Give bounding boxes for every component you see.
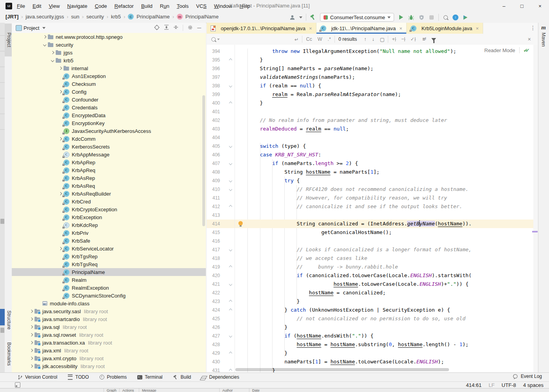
tool-window-button-todo[interactable]: TODO [67,374,89,380]
menu-view[interactable]: View [48,2,60,10]
tree-item-checksum[interactable]: CChecksum [12,80,206,88]
remove-occurrence-icon[interactable]: −⸠ [401,36,405,42]
profiler-icon[interactable] [462,14,469,21]
search-icon[interactable] [211,37,220,42]
code-line-406[interactable]: 406 case KRB_NT_SRV_HST: [207,151,538,159]
code-line-399[interactable]: 399 realm = Realm.parseRealmAtSeparator(… [207,90,538,99]
whole-words-toggle[interactable]: W [318,36,322,42]
tool-window-button-build[interactable]: Build [173,374,191,380]
fold-marker-icon[interactable] [229,145,232,147]
line-ending-indicator[interactable]: LF [489,382,494,388]
inspection-ok-icon[interactable]: ✔✔ [524,47,530,53]
menu-file[interactable]: File [16,2,26,10]
fold-marker-icon[interactable] [229,266,232,268]
tree-item-krbsafe[interactable]: CKrbSafe [12,237,206,245]
fold-marker-icon[interactable] [229,249,232,251]
profile-dropdown-icon[interactable] [299,16,302,18]
minimize-button[interactable]: – [495,0,513,12]
code-line-396[interactable]: 396 String[] nameParts = parseName(name)… [207,64,538,73]
code-line-430[interactable]: 430 nameParts[1] = hostName.toLowerCase(… [207,358,538,366]
code-line-402[interactable]: 402 // No realm info from parameter and … [207,116,538,125]
menu-refactor[interactable]: Refactor [114,2,135,10]
tree-item-config[interactable]: CConfig [12,88,206,96]
tree-item-credentials[interactable]: CCredentials [12,103,206,111]
chevron-right-icon[interactable] [28,310,35,312]
code-line-424[interactable]: 424 } catch (UnknownHostException | Secu… [207,306,538,314]
chevron-down-icon[interactable] [49,59,56,62]
code-line-395[interactable]: 395 } [207,56,538,64]
tool-window-switcher-icon[interactable] [15,382,20,388]
tab-options-icon[interactable]: ⋮ [530,25,536,31]
tree-item-krbcryptoexception[interactable]: CKrbCryptoException [12,205,206,213]
tree-item-krbasreqbuilder[interactable]: CKrbAsReqBuilder [12,190,206,198]
tree-item-krbcred[interactable]: CKrbCred [12,198,206,205]
code-line-410[interactable]: 410 // RFC4120 does not recommend canoni… [207,185,538,194]
menu-vcs[interactable]: VCS [195,2,207,10]
chevron-down-icon[interactable] [42,44,48,46]
tree-item-krbexception[interactable]: CKrbException [12,213,206,221]
event-log-button[interactable]: Event Log [513,374,542,379]
editor-tab-krb5loginmodule-java[interactable]: CKrb5LoginModule.java× [407,23,483,34]
open-in-find-window-icon[interactable]: ▢ [380,36,385,42]
search-everywhere-icon[interactable] [442,14,449,21]
tree-item-krbpriv[interactable]: CKrbPriv [12,229,206,237]
fold-marker-icon[interactable] [229,283,232,285]
tool-window-button-dependencies[interactable]: Dependencies [201,374,239,380]
code-line-414[interactable]: 414 String canonicalized = (InetAddress.… [207,220,538,228]
code-line-417[interactable]: 417 // Looks if canonicalized is a longe… [207,245,538,254]
code-line-419[interactable]: 419 // bunny -> bunny.rabbit.hole [207,263,538,271]
chevron-right-icon[interactable] [42,36,48,38]
run-with-coverage-button[interactable] [418,14,425,21]
chevron-right-icon[interactable] [28,349,35,352]
tool-window-button-terminal[interactable]: >_Terminal [137,374,162,380]
chevron-right-icon[interactable] [28,326,35,328]
tree-item-krb5[interactable]: krb5 [12,56,206,64]
breadcrumb-item[interactable]: krb5 [111,14,121,20]
tree-item-kerberossecrets[interactable]: CKerberosSecrets [12,143,206,151]
tree-item-krbservicelocator[interactable]: CKrbServiceLocator [12,245,206,252]
tree-item-asn1exception[interactable]: CAsn1Exception [12,72,206,80]
tree-item-java-security-sasl[interactable]: java.security.sasllibrary root [12,307,206,315]
fold-marker-icon[interactable] [229,180,232,182]
tree-item-krbtgsreq[interactable]: CKrbTgsReq [12,260,206,268]
tree-item-krbasrep[interactable]: CKrbAsRep [12,174,206,182]
debug-button[interactable] [408,14,414,21]
close-tab-icon[interactable]: × [309,25,312,31]
breadcrumb-method[interactable]: PrincipalName [185,14,219,20]
tree-item-krbapreq[interactable]: CKrbApReq [12,166,206,174]
code-line-415[interactable]: 415 getCanonicalHostName(); [207,228,538,237]
code-line-416[interactable]: 416 [207,237,538,245]
tree-item-java-transaction-xa[interactable]: java.transaction.xalibrary root [12,339,206,347]
breadcrumb-item[interactable]: security [86,14,104,20]
code-line-426[interactable]: 426 } [207,323,538,332]
tree-item-krbtgsrep[interactable]: CKrbTgsRep [12,252,206,260]
editor-vertical-scrollbar[interactable] [533,45,538,372]
breadcrumb-item[interactable]: sun [71,14,79,20]
editor-horizontal-scrollbar[interactable] [235,368,449,371]
code-line-418[interactable]: 418 // we accept cases like [207,254,538,263]
fold-marker-icon[interactable] [229,162,232,165]
fold-marker-icon[interactable] [229,335,232,337]
code-line-425[interactable]: 425 // not canonicalized or no permissio… [207,314,538,323]
code-line-400[interactable]: 400 } [207,99,538,107]
tree-item-encryptionkey[interactable]: CEncryptionKey [12,119,206,127]
search-input[interactable] [223,35,294,44]
code-line-404[interactable]: 404 [207,133,538,142]
tree-item-krbappmessage[interactable]: CKrbAppMessage [12,151,206,158]
editor-tab-openjdk-17-0-1-principalname-java[interactable]: openjdk-17.0.1\...\PrincipalName.java× [207,23,316,34]
caret-position[interactable]: 414:61 [466,382,482,388]
chevron-right-icon[interactable] [28,341,35,344]
match-case-toggle[interactable]: Cc [306,36,312,42]
tree-item-krbaprep[interactable]: CKrbApRep [12,158,206,166]
code-line-397[interactable]: 397 validateNameStrings(nameParts); [207,73,538,82]
menu-edit[interactable]: Edit [32,2,42,10]
tree-item-javaxsecurityauthkerberosaccess[interactable]: IJavaxSecurityAuthKerberosAccess [12,127,206,135]
tool-stripe-maven[interactable]: m Maven [539,24,548,47]
chevron-right-icon[interactable] [28,357,35,359]
code-line-422[interactable]: 422 hostName = canonicalized; [207,289,538,297]
tree-item-encrypteddata[interactable]: CEncryptedData [12,111,206,119]
fold-marker-icon[interactable] [229,309,232,311]
collapse-all-icon[interactable] [173,25,178,31]
expand-all-icon[interactable] [164,25,169,31]
run-button[interactable] [398,14,404,21]
